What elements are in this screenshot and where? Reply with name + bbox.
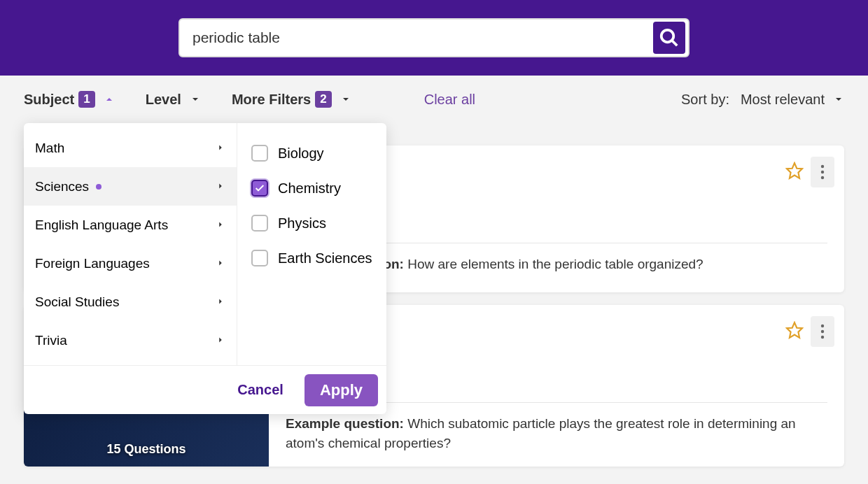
content-area: MathSciencesEnglish Language ArtsForeign… xyxy=(0,123,868,467)
checkbox-icon xyxy=(251,250,268,266)
chevron-down-icon xyxy=(340,94,351,105)
example-label: Example question: xyxy=(286,416,404,431)
search-button[interactable] xyxy=(653,22,685,54)
search-bar xyxy=(178,18,690,57)
more-options-button[interactable] xyxy=(811,157,834,187)
subject-subitem-label: Earth Sciences xyxy=(278,250,372,266)
svg-point-5 xyxy=(821,176,824,179)
svg-point-8 xyxy=(821,330,824,333)
checkbox-icon xyxy=(251,215,268,232)
kebab-icon xyxy=(820,164,825,180)
subject-category-english-language-arts[interactable]: English Language Arts xyxy=(24,206,237,244)
subject-category-list: MathSciencesEnglish Language ArtsForeign… xyxy=(24,123,237,365)
subject-dropdown: MathSciencesEnglish Language ArtsForeign… xyxy=(24,123,386,414)
search-icon xyxy=(659,27,680,48)
subject-category-sciences[interactable]: Sciences xyxy=(24,167,237,206)
result-actions xyxy=(785,316,834,347)
dropdown-footer: Cancel Apply xyxy=(24,365,386,414)
svg-point-3 xyxy=(821,165,824,168)
sort-value: Most relevant xyxy=(741,92,825,108)
subject-category-social-studies[interactable]: Social Studies xyxy=(24,283,237,321)
sort-label: Sort by: xyxy=(681,92,729,108)
filter-bar: Subject 1 Level More Filters 2 Clear all… xyxy=(0,76,868,123)
cancel-button[interactable]: Cancel xyxy=(227,376,293,404)
chevron-right-icon xyxy=(216,256,225,271)
subject-subitem-label: Physics xyxy=(278,215,326,232)
subject-category-label: Sciences xyxy=(35,179,89,194)
chevron-right-icon xyxy=(216,218,225,233)
search-input[interactable] xyxy=(192,29,653,46)
svg-line-1 xyxy=(672,41,678,46)
subject-category-label: Social Studies xyxy=(35,294,119,310)
svg-point-7 xyxy=(821,325,824,327)
subject-category-math[interactable]: Math xyxy=(24,129,237,167)
apply-button[interactable]: Apply xyxy=(304,374,378,406)
dropdown-body: MathSciencesEnglish Language ArtsForeign… xyxy=(24,123,386,365)
subject-subitem-biology[interactable]: Biology xyxy=(251,136,372,171)
chevron-right-icon xyxy=(216,294,225,310)
questions-count-badge: 15 Questions xyxy=(106,442,186,457)
sort-control: Sort by: Most relevant xyxy=(681,92,844,108)
filter-more[interactable]: More Filters 2 xyxy=(232,91,351,108)
chevron-right-icon xyxy=(216,333,225,348)
filter-more-count: 2 xyxy=(315,91,331,108)
subject-subitem-list: BiologyChemistryPhysicsEarth Sciences xyxy=(237,123,386,365)
filter-subject[interactable]: Subject 1 xyxy=(24,91,115,108)
checkbox-checked-icon xyxy=(251,180,268,197)
subject-category-label: Foreign Languages xyxy=(35,256,150,271)
star-icon xyxy=(785,162,804,180)
favorite-button[interactable] xyxy=(785,162,804,183)
chevron-down-icon xyxy=(190,94,201,105)
example-text: How are elements in the periodic table o… xyxy=(407,257,703,271)
filter-level-label: Level xyxy=(146,92,181,108)
svg-marker-6 xyxy=(787,322,802,338)
star-icon xyxy=(785,321,804,339)
subject-subitem-earth-sciences[interactable]: Earth Sciences xyxy=(251,241,372,276)
filter-more-label: More Filters xyxy=(232,92,311,108)
favorite-button[interactable] xyxy=(785,321,804,342)
subject-category-foreign-languages[interactable]: Foreign Languages xyxy=(24,244,237,283)
sort-dropdown[interactable]: Most relevant xyxy=(741,92,844,108)
svg-marker-2 xyxy=(787,163,802,178)
kebab-icon xyxy=(820,324,825,339)
chevron-right-icon xyxy=(216,141,225,156)
svg-point-9 xyxy=(821,336,824,339)
chevron-down-icon xyxy=(833,94,844,105)
active-dot-icon xyxy=(96,184,102,190)
filter-subject-label: Subject xyxy=(24,92,74,108)
chevron-up-icon xyxy=(104,94,115,105)
checkbox-icon xyxy=(251,145,268,162)
svg-point-0 xyxy=(662,30,674,43)
subject-category-label: Math xyxy=(35,141,64,156)
result-example: Example question: Which subatomic partic… xyxy=(286,414,827,453)
subject-category-label: Trivia xyxy=(35,333,67,348)
subject-subitem-chemistry[interactable]: Chemistry xyxy=(251,171,372,206)
subject-subitem-label: Chemistry xyxy=(278,180,341,197)
more-options-button[interactable] xyxy=(811,316,834,347)
subject-subitem-label: Biology xyxy=(278,145,324,162)
subject-category-label: English Language Arts xyxy=(35,218,168,233)
subject-category-trivia[interactable]: Trivia xyxy=(24,321,237,360)
result-actions xyxy=(785,157,834,187)
filter-subject-count: 1 xyxy=(78,91,94,108)
subject-subitem-physics[interactable]: Physics xyxy=(251,206,372,241)
svg-point-4 xyxy=(821,171,824,173)
filter-level[interactable]: Level xyxy=(146,92,201,108)
clear-all-button[interactable]: Clear all xyxy=(424,92,475,108)
header xyxy=(0,0,868,76)
chevron-right-icon xyxy=(216,179,225,194)
